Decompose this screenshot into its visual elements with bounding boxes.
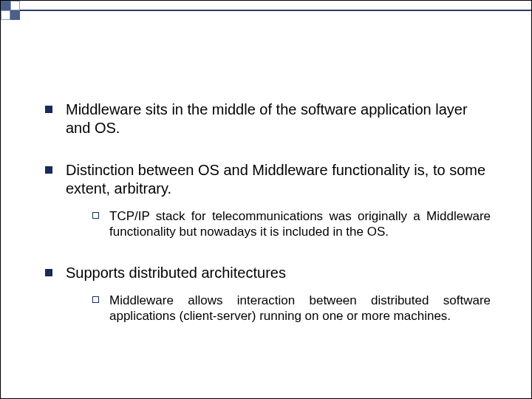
bullet-item: Distinction between OS and Middleware fu… — [45, 161, 491, 240]
square-bullet-icon — [45, 106, 52, 113]
sub-bullet-item: TCP/IP stack for telecommunications was … — [66, 208, 491, 240]
square-bullet-icon — [45, 269, 52, 276]
top-rule — [20, 10, 531, 11]
bullet-item: Middleware sits in the middle of the sof… — [45, 100, 491, 137]
square-bullet-icon — [45, 166, 52, 174]
bullet-text: Distinction between OS and Middleware fu… — [66, 161, 491, 198]
corner-accent — [1, 1, 20, 20]
slide-body: Middleware sits in the middle of the sof… — [45, 100, 491, 324]
bullet-text: Supports distributed architectures — [66, 264, 491, 282]
sub-bullet-text: Middleware allows interaction between di… — [109, 293, 491, 324]
sub-bullet-text: TCP/IP stack for telecommunications was … — [109, 208, 491, 240]
hollow-square-bullet-icon — [92, 212, 99, 219]
sub-bullet-item: Middleware allows interaction between di… — [66, 293, 491, 324]
bullet-item: Supports distributed architectures Middl… — [45, 264, 491, 324]
hollow-square-bullet-icon — [92, 296, 99, 303]
bullet-text: Middleware sits in the middle of the sof… — [66, 100, 491, 137]
